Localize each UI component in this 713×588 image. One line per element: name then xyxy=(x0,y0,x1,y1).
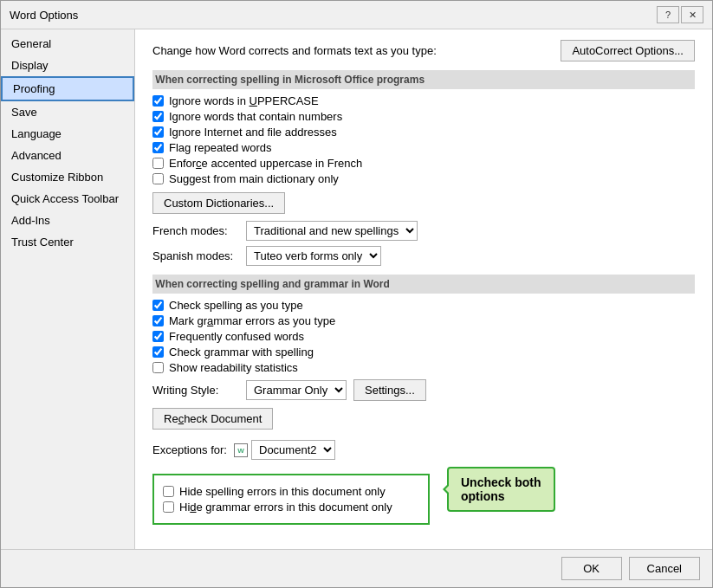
sidebar-item-trust-center[interactable]: Trust Center xyxy=(1,231,134,253)
callout-text: Uncheck bothoptions xyxy=(461,475,541,503)
section1-header: When correcting spelling in Microsoft Of… xyxy=(152,70,695,89)
main-content: Change how Word corrects and formats tex… xyxy=(135,29,712,549)
sidebar-item-proofing[interactable]: Proofing xyxy=(1,76,134,101)
checkbox-mark-grammar: Mark grammar errors as you type xyxy=(152,314,695,327)
sidebar-item-quick-access[interactable]: Quick Access Toolbar xyxy=(1,188,134,210)
checkbox-show-readability-label: Show readability statistics xyxy=(169,361,298,374)
spanish-modes-select[interactable]: Tuteo verb forms only xyxy=(246,246,381,266)
checkbox-check-grammar-label: Check grammar with spelling xyxy=(169,346,314,359)
exceptions-for-row: Exceptions for: W Document2 xyxy=(152,440,695,460)
checkbox-check-grammar: Check grammar with spelling xyxy=(152,346,695,359)
checkbox-check-spelling: Check spelling as you type xyxy=(152,299,695,312)
exceptions-row: Hide spelling errors in this document on… xyxy=(152,467,695,525)
checkbox-show-readability: Show readability statistics xyxy=(152,361,695,374)
autocorrect-options-button[interactable]: AutoCorrect Options... xyxy=(561,40,695,61)
checkbox-mark-grammar-label: Mark grammar errors as you type xyxy=(169,314,335,327)
sidebar-item-display[interactable]: Display xyxy=(1,55,134,76)
recheck-document-button[interactable]: Recheck Document xyxy=(152,408,273,430)
french-modes-select[interactable]: Traditional and new spellings xyxy=(246,221,418,241)
sidebar-item-add-ins[interactable]: Add-Ins xyxy=(1,210,134,231)
callout-box: Uncheck bothoptions xyxy=(447,467,555,512)
ok-button[interactable]: OK xyxy=(561,557,622,580)
checkbox-hide-grammar-input[interactable] xyxy=(163,501,174,513)
checkbox-flag-repeated-input[interactable] xyxy=(152,142,164,153)
checkbox-enforce-french-label: Enforce accented uppercase in French xyxy=(169,157,362,170)
autocorrect-row: Change how Word corrects and formats tex… xyxy=(152,40,695,61)
french-modes-row: French modes: Traditional and new spelli… xyxy=(152,221,695,241)
spanish-label: Spanish modes: xyxy=(152,249,239,262)
checkbox-ignore-internet-input[interactable] xyxy=(152,126,164,138)
writing-style-select[interactable]: Grammar Only xyxy=(246,380,347,400)
exceptions-label: Exceptions for: xyxy=(152,443,227,456)
checkbox-show-readability-input[interactable] xyxy=(152,362,164,373)
sidebar-item-save[interactable]: Save xyxy=(1,101,134,123)
checkbox-enforce-french-input[interactable] xyxy=(152,158,164,169)
word-options-dialog: Word Options ? ✕ General Display Proofin… xyxy=(0,0,713,588)
checkbox-suggest-main-label: Suggest from main dictionary only xyxy=(169,172,339,185)
checkbox-confused-words-input[interactable] xyxy=(152,331,164,342)
doc-icon: W xyxy=(234,443,248,457)
exceptions-box: Hide spelling errors in this document on… xyxy=(152,474,430,525)
checkbox-hide-spelling-label: Hide spelling errors in this document on… xyxy=(179,485,386,498)
sidebar: General Display Proofing Save Language A… xyxy=(1,29,135,549)
checkbox-hide-spelling: Hide spelling errors in this document on… xyxy=(163,485,419,498)
dialog-body: General Display Proofing Save Language A… xyxy=(1,29,712,549)
spanish-modes-row: Spanish modes: Tuteo verb forms only xyxy=(152,246,695,266)
checkbox-ignore-numbers-input[interactable] xyxy=(152,111,164,122)
checkbox-check-grammar-input[interactable] xyxy=(152,346,164,358)
checkbox-check-spelling-input[interactable] xyxy=(152,300,164,311)
sidebar-item-general[interactable]: General xyxy=(1,33,134,55)
custom-dictionaries-button[interactable]: Custom Dictionaries... xyxy=(152,192,285,214)
sidebar-item-customize-ribbon[interactable]: Customize Ribbon xyxy=(1,166,134,188)
checkbox-confused-words: Frequently confused words xyxy=(152,330,695,343)
checkbox-ignore-uppercase-input[interactable] xyxy=(152,95,164,107)
checkbox-ignore-numbers: Ignore words that contain numbers xyxy=(152,110,695,123)
autocorrect-label: Change how Word corrects and formats tex… xyxy=(152,44,552,57)
checkbox-suggest-main-input[interactable] xyxy=(152,173,164,184)
title-controls: ? ✕ xyxy=(657,6,703,23)
title-bar: Word Options ? ✕ xyxy=(1,1,712,29)
close-button[interactable]: ✕ xyxy=(681,6,703,23)
checkbox-hide-grammar-label: Hide grammar errors in this document onl… xyxy=(179,501,392,514)
dialog-footer: OK Cancel xyxy=(1,549,712,587)
checkbox-ignore-uppercase-label: Ignore words in UPPERCASE xyxy=(169,94,319,107)
checkbox-suggest-main: Suggest from main dictionary only xyxy=(152,172,695,185)
writing-style-label: Writing Style: xyxy=(152,384,239,397)
cancel-button[interactable]: Cancel xyxy=(629,557,700,580)
checkbox-hide-grammar: Hide grammar errors in this document onl… xyxy=(163,501,419,514)
exceptions-doc-select[interactable]: Document2 xyxy=(251,440,335,460)
checkbox-confused-words-label: Frequently confused words xyxy=(169,330,304,343)
settings-button[interactable]: Settings... xyxy=(353,379,426,401)
sidebar-item-advanced[interactable]: Advanced xyxy=(1,145,134,166)
help-button[interactable]: ? xyxy=(657,6,679,23)
dialog-title: Word Options xyxy=(10,9,78,22)
checkbox-ignore-uppercase: Ignore words in UPPERCASE xyxy=(152,94,695,107)
checkbox-ignore-internet: Ignore Internet and file addresses xyxy=(152,126,695,139)
checkbox-mark-grammar-input[interactable] xyxy=(152,315,164,326)
checkbox-ignore-internet-label: Ignore Internet and file addresses xyxy=(169,126,337,139)
writing-style-row: Writing Style: Grammar Only Settings... xyxy=(152,379,695,401)
section2-header: When correcting spelling and grammar in … xyxy=(152,275,695,294)
checkbox-flag-repeated: Flag repeated words xyxy=(152,141,695,154)
checkbox-hide-spelling-input[interactable] xyxy=(163,486,174,497)
checkbox-ignore-numbers-label: Ignore words that contain numbers xyxy=(169,110,342,123)
sidebar-item-language[interactable]: Language xyxy=(1,123,134,145)
checkbox-enforce-french: Enforce accented uppercase in French xyxy=(152,157,695,170)
french-label: French modes: xyxy=(152,224,239,237)
checkbox-check-spelling-label: Check spelling as you type xyxy=(169,299,303,312)
checkbox-flag-repeated-label: Flag repeated words xyxy=(169,141,272,154)
